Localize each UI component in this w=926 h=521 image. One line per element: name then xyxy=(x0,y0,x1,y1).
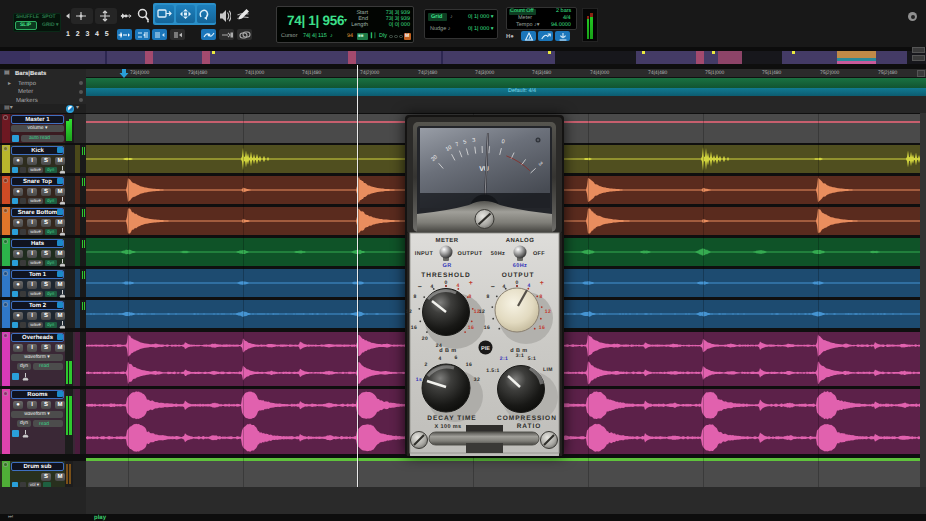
svg-text:d B m: d B m xyxy=(439,348,456,354)
svg-text:+: + xyxy=(540,280,545,287)
svg-text:6: 6 xyxy=(454,355,457,361)
svg-text:0: 0 xyxy=(515,280,518,286)
svg-text:ANALOG: ANALOG xyxy=(506,237,534,244)
svg-text:50Hz: 50Hz xyxy=(491,251,505,257)
svg-text:5:1: 5:1 xyxy=(528,356,536,362)
svg-text:4: 4 xyxy=(502,284,505,290)
svg-text:PIE: PIE xyxy=(481,346,490,352)
svg-text:GR: GR xyxy=(442,263,451,269)
svg-text:0: 0 xyxy=(444,280,447,286)
svg-text:8: 8 xyxy=(539,294,542,300)
svg-text:16: 16 xyxy=(468,325,474,331)
svg-text:12: 12 xyxy=(406,309,412,315)
svg-text:8: 8 xyxy=(486,294,489,300)
svg-text:−: − xyxy=(491,284,496,291)
svg-text:60Hz: 60Hz xyxy=(513,263,527,269)
svg-text:METER: METER xyxy=(436,237,459,244)
svg-text:12: 12 xyxy=(479,309,485,315)
svg-text:2: 2 xyxy=(424,362,427,368)
svg-text:OUTPUT: OUTPUT xyxy=(502,272,535,279)
svg-text:1.5:1: 1.5:1 xyxy=(486,368,499,374)
svg-text:RATIO: RATIO xyxy=(517,423,542,430)
svg-text:4: 4 xyxy=(438,356,441,362)
svg-text:16: 16 xyxy=(411,325,417,331)
svg-text:+: + xyxy=(469,280,474,287)
svg-text:4: 4 xyxy=(527,283,530,289)
svg-text:20: 20 xyxy=(422,336,428,342)
svg-text:8: 8 xyxy=(413,294,416,300)
svg-text:OUTPUT: OUTPUT xyxy=(457,251,482,257)
svg-text:16: 16 xyxy=(484,325,490,331)
svg-text:8: 8 xyxy=(468,294,471,300)
svg-text:X 100 ms: X 100 ms xyxy=(434,424,461,430)
svg-text:16: 16 xyxy=(466,362,472,368)
svg-text:12: 12 xyxy=(545,309,551,315)
svg-text:COMPRESSION: COMPRESSION xyxy=(497,415,557,422)
svg-text:4: 4 xyxy=(456,283,459,289)
svg-text:4: 4 xyxy=(430,284,433,290)
svg-text:1s: 1s xyxy=(416,377,422,383)
svg-text:LIM: LIM xyxy=(543,367,553,373)
svg-text:THRESHOLD: THRESHOLD xyxy=(421,272,470,279)
svg-text:OFF: OFF xyxy=(533,251,545,257)
svg-text:16: 16 xyxy=(539,325,545,331)
svg-text:3:1: 3:1 xyxy=(516,353,524,359)
svg-text:32: 32 xyxy=(474,377,480,383)
svg-text:DECAY TIME: DECAY TIME xyxy=(427,415,476,422)
svg-text:INPUT: INPUT xyxy=(415,251,434,257)
svg-text:2:1: 2:1 xyxy=(500,356,508,362)
svg-text:−: − xyxy=(418,284,423,291)
